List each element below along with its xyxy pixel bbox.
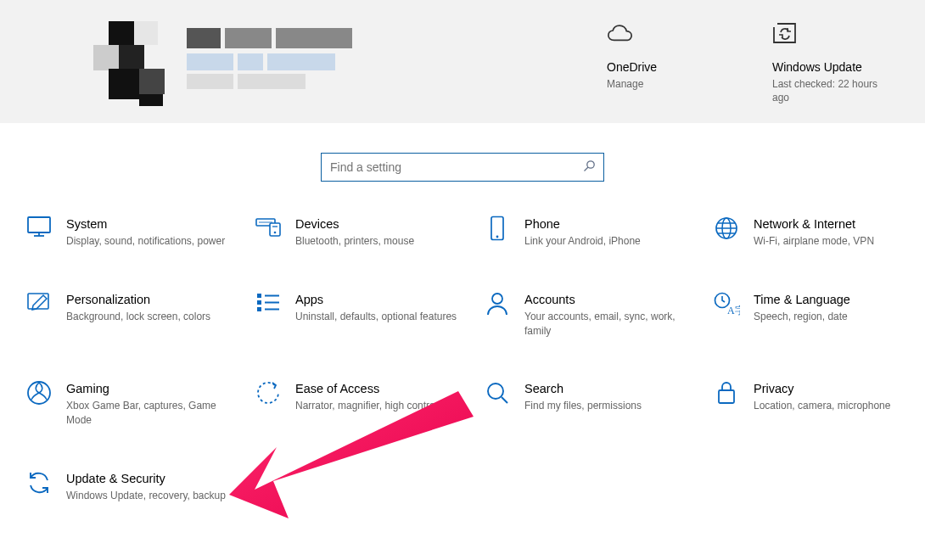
category-sub: Windows Update, recovery, backup <box>66 489 238 503</box>
gaming-icon <box>25 380 53 407</box>
category-title: Search <box>524 382 696 395</box>
category-title: Time & Language <box>754 293 925 306</box>
tile-sub: Manage <box>607 77 726 91</box>
ease-of-access-icon <box>255 380 282 407</box>
category-gaming[interactable]: Gaming Xbox Game Bar, captures, Game Mod… <box>25 380 238 428</box>
category-sub: Location, camera, microphone <box>754 399 925 413</box>
svg-rect-18 <box>257 307 261 311</box>
tile-onedrive[interactable]: OneDrive Manage <box>607 21 726 104</box>
category-sub: Xbox Game Bar, captures, Game Mode <box>66 399 238 428</box>
category-sub: Speech, region, date <box>754 310 925 324</box>
category-accounts[interactable]: Accounts Your accounts, email, sync, wor… <box>484 291 696 339</box>
category-devices[interactable]: Devices Bluetooth, printers, mouse <box>255 216 467 249</box>
category-ease-of-access[interactable]: Ease of Access Narrator, magnifier, high… <box>255 380 467 428</box>
category-network[interactable]: Network & Internet Wi-Fi, airplane mode,… <box>713 216 925 249</box>
accounts-icon <box>484 291 511 318</box>
category-time[interactable]: A字 Time & Language Speech, region, date <box>713 291 925 339</box>
svg-rect-17 <box>257 300 261 305</box>
category-title: System <box>66 217 238 231</box>
cloud-icon <box>607 21 634 45</box>
sync-box-icon <box>772 21 799 45</box>
top-tiles: OneDrive Manage Windows Update Last chec… <box>607 21 891 104</box>
category-sub: Bluetooth, printers, mouse <box>295 234 467 249</box>
globe-icon <box>713 216 740 243</box>
category-title: Apps <box>295 293 467 306</box>
category-sub: Uninstall, defaults, optional features <box>295 310 467 324</box>
search-input[interactable] <box>321 153 604 182</box>
svg-rect-7 <box>270 223 280 236</box>
svg-rect-16 <box>257 294 261 298</box>
tile-windows-update[interactable]: Windows Update Last checked: 22 hours ag… <box>772 21 891 104</box>
category-sub: Link your Android, iPhone <box>524 234 696 249</box>
svg-point-11 <box>496 236 499 238</box>
search-wrap <box>321 153 604 182</box>
svg-rect-2 <box>28 217 50 232</box>
category-title: Gaming <box>66 382 238 395</box>
category-title: Personalization <box>66 293 238 306</box>
svg-point-26 <box>488 384 503 399</box>
svg-line-27 <box>502 397 507 403</box>
tile-sub: Last checked: 22 hours ago <box>772 77 891 104</box>
category-title: Privacy <box>754 382 925 395</box>
redacted-user-info <box>93 21 373 106</box>
tile-title: OneDrive <box>607 60 726 74</box>
svg-rect-28 <box>719 390 734 403</box>
tile-title: Windows Update <box>772 60 891 74</box>
svg-text:A字: A字 <box>727 305 740 316</box>
category-title: Ease of Access <box>295 382 467 395</box>
category-title: Devices <box>295 217 467 231</box>
system-icon <box>25 216 53 243</box>
category-apps[interactable]: Apps Uninstall, defaults, optional featu… <box>255 291 467 339</box>
category-system[interactable]: System Display, sound, notifications, po… <box>25 216 238 249</box>
category-update-security[interactable]: Update & Security Windows Update, recove… <box>25 470 238 503</box>
lock-icon <box>713 380 740 407</box>
top-bar: OneDrive Manage Windows Update Last chec… <box>0 0 925 123</box>
category-phone[interactable]: Phone Link your Android, iPhone <box>484 216 696 249</box>
phone-icon <box>484 216 511 243</box>
category-sub: Wi-Fi, airplane mode, VPN <box>754 234 925 249</box>
category-title: Network & Internet <box>754 217 925 231</box>
category-sub: Display, sound, notifications, power <box>66 234 238 249</box>
svg-point-22 <box>492 294 502 304</box>
category-sub: Your accounts, email, sync, work, family <box>524 310 696 339</box>
category-sub: Find my files, permissions <box>524 399 696 413</box>
category-title: Update & Security <box>66 472 238 485</box>
category-sub: Background, lock screen, colors <box>66 310 238 324</box>
svg-point-8 <box>274 232 277 234</box>
category-title: Phone <box>524 217 696 231</box>
category-sub: Narrator, magnifier, high contrast <box>295 399 467 413</box>
time-language-icon: A字 <box>713 291 740 318</box>
apps-icon <box>255 291 282 318</box>
settings-grid: System Display, sound, notifications, po… <box>0 216 925 503</box>
category-search[interactable]: Search Find my files, permissions <box>484 380 696 428</box>
category-title: Accounts <box>524 293 696 306</box>
devices-icon <box>255 216 282 243</box>
update-icon <box>25 470 53 497</box>
category-privacy[interactable]: Privacy Location, camera, microphone <box>713 380 925 428</box>
category-personalization[interactable]: Personalization Background, lock screen,… <box>25 291 238 339</box>
personalization-icon <box>25 291 53 318</box>
search-category-icon <box>484 380 511 407</box>
